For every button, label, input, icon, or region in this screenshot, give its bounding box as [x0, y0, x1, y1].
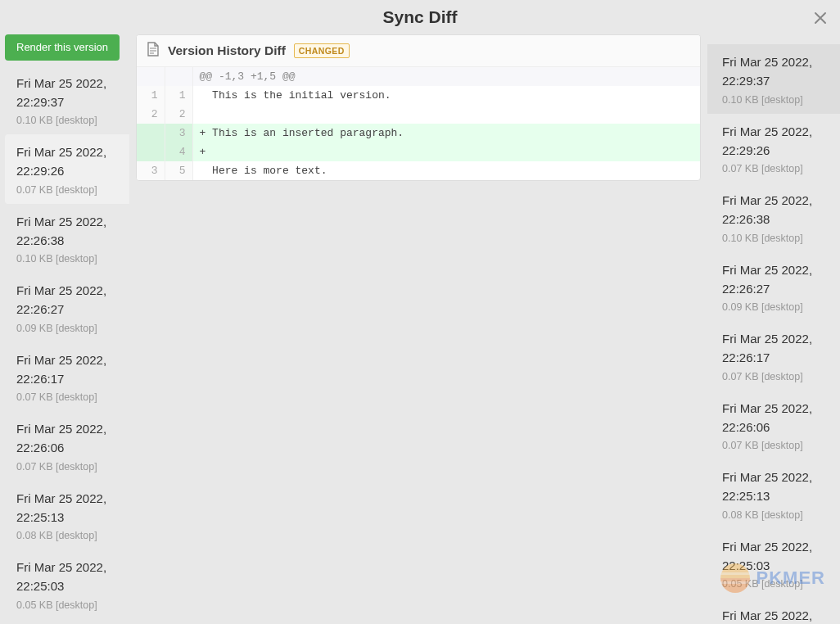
diff-line: 35 Here is more text.	[137, 161, 700, 180]
version-meta: 0.10 KB [desktop]	[722, 233, 830, 244]
left-version-list[interactable]: Render this version Fri Mar 25 2022, 22:…	[0, 34, 129, 624]
right-version-item[interactable]: Fri Mar 25 2022, 22:26:380.10 KB [deskto…	[707, 183, 840, 252]
old-line-number: 2	[137, 105, 165, 124]
new-line-number	[165, 67, 192, 86]
diff-header: Version History Diff CHANGED	[137, 35, 700, 67]
diff-line: 3+ This is an inserted paragraph.	[137, 124, 700, 142]
version-meta: 0.10 KB [desktop]	[16, 115, 120, 126]
changed-badge: CHANGED	[294, 43, 350, 58]
right-version-item[interactable]: Fri Mar 25 2022, 22:26:060.07 KB [deskto…	[707, 391, 840, 460]
version-meta: 0.05 KB [desktop]	[722, 578, 830, 590]
diff-code: Here is more text.	[192, 161, 700, 180]
version-meta: 0.09 KB [desktop]	[722, 301, 830, 313]
version-timestamp: Fri Mar 25 2022, 22:25:13	[16, 489, 120, 527]
right-version-item[interactable]: Fri Mar 25 2022, 22:29:370.10 KB [deskto…	[707, 44, 840, 114]
left-version-item[interactable]: Fri Mar 25 2022, 22:26:270.09 KB [deskto…	[5, 273, 129, 342]
titlebar: Sync Diff	[0, 0, 840, 34]
version-timestamp: Fri Mar 25 2022, 22:26:17	[722, 329, 830, 368]
version-meta: 0.07 KB [desktop]	[722, 163, 830, 174]
version-timestamp: Fri Mar 25 2022, 22:26:17	[16, 350, 120, 389]
diff-title: Version History Diff	[168, 43, 286, 58]
body: Render this version Fri Mar 25 2022, 22:…	[0, 34, 840, 624]
file-icon	[147, 42, 160, 60]
window-title: Sync Diff	[382, 7, 457, 27]
diff-code: + This is an inserted paragraph.	[192, 124, 700, 142]
old-line-number	[137, 124, 165, 142]
diff-code: +	[192, 142, 700, 161]
old-line-number	[137, 142, 165, 161]
diff-code	[192, 105, 700, 124]
version-timestamp: Fri Mar 25 2022, 22:26:27	[16, 281, 120, 319]
right-version-item[interactable]: Fri Mar 25 2022, 22:25:130.08 KB [deskto…	[707, 459, 840, 529]
diff-box: Version History Diff CHANGED @@ -1,3 +1,…	[136, 34, 701, 181]
diff-line: 22	[137, 105, 700, 124]
version-timestamp: Fri Mar 25 2022, 22:26:06	[16, 419, 120, 458]
new-line-number: 5	[165, 161, 192, 180]
left-version-item[interactable]: Fri Mar 25 2022, 22:25:130.08 KB [deskto…	[5, 481, 129, 550]
version-meta: 0.07 KB [desktop]	[16, 184, 120, 196]
right-version-item[interactable]: Fri Mar 25 2022,	[707, 598, 840, 624]
left-version-item[interactable]: Fri Mar 25 2022, 22:29:260.07 KB [deskto…	[5, 134, 129, 204]
version-meta: 0.10 KB [desktop]	[16, 253, 120, 265]
version-timestamp: Fri Mar 25 2022, 22:25:13	[722, 468, 830, 506]
version-timestamp: Fri Mar 25 2022, 22:29:26	[722, 122, 830, 161]
version-timestamp: Fri Mar 25 2022, 22:26:27	[722, 260, 830, 299]
version-timestamp: Fri Mar 25 2022, 22:29:37	[722, 52, 830, 91]
close-button[interactable]	[809, 7, 832, 29]
version-meta: 0.09 KB [desktop]	[16, 323, 120, 334]
version-timestamp: Fri Mar 25 2022,	[722, 606, 830, 624]
version-meta: 0.05 KB [desktop]	[16, 599, 120, 611]
left-version-item[interactable]: Fri Mar 25 2022, 22:26:380.10 KB [deskto…	[5, 204, 129, 274]
diff-table: @@ -1,3 +1,5 @@11 This is the initial ve…	[137, 67, 700, 180]
version-meta: 0.08 KB [desktop]	[16, 530, 120, 541]
render-version-button[interactable]: Render this version	[5, 34, 120, 61]
right-version-item[interactable]: Fri Mar 25 2022, 22:26:170.07 KB [deskto…	[707, 321, 840, 391]
right-version-item[interactable]: Fri Mar 25 2022, 22:29:260.07 KB [deskto…	[707, 114, 840, 183]
old-line-number: 1	[137, 86, 165, 105]
left-version-item[interactable]: Fri Mar 25 2022, 22:26:170.07 KB [deskto…	[5, 342, 129, 412]
old-line-number	[137, 67, 165, 86]
right-version-list[interactable]: Fri Mar 25 2022, 22:29:370.10 KB [deskto…	[707, 34, 840, 624]
left-version-item[interactable]: Fri Mar 25 2022, 22:29:370.10 KB [deskto…	[5, 66, 129, 135]
version-timestamp: Fri Mar 25 2022, 22:29:37	[16, 74, 120, 112]
version-meta: 0.08 KB [desktop]	[722, 509, 830, 521]
diff-panel: Version History Diff CHANGED @@ -1,3 +1,…	[129, 34, 707, 624]
left-version-item[interactable]: Fri Mar 25 2022, 22:25:030.05 KB [deskto…	[5, 549, 129, 619]
close-icon	[813, 11, 828, 25]
version-timestamp: Fri Mar 25 2022, 22:25:03	[722, 537, 830, 576]
version-meta: 0.07 KB [desktop]	[722, 371, 830, 382]
right-version-item[interactable]: Fri Mar 25 2022, 22:26:270.09 KB [deskto…	[707, 252, 840, 322]
diff-line: 11 This is the initial version.	[137, 86, 700, 105]
new-line-number: 3	[165, 124, 192, 142]
right-version-item[interactable]: Fri Mar 25 2022, 22:25:030.05 KB [deskto…	[707, 529, 840, 599]
new-line-number: 2	[165, 105, 192, 124]
version-timestamp: Fri Mar 25 2022, 22:26:38	[722, 191, 830, 229]
diff-line: 4+	[137, 142, 700, 161]
sync-diff-window: Sync Diff Render this version Fri Mar 25…	[0, 0, 840, 624]
version-timestamp: Fri Mar 25 2022, 22:25:03	[16, 558, 120, 596]
version-meta: 0.07 KB [desktop]	[722, 440, 830, 451]
new-line-number: 1	[165, 86, 192, 105]
version-timestamp: Fri Mar 25 2022, 22:26:38	[16, 212, 120, 251]
left-version-item[interactable]: Fri Mar 25 2022, 22:26:060.07 KB [deskto…	[5, 411, 129, 481]
diff-code: @@ -1,3 +1,5 @@	[192, 67, 700, 86]
version-meta: 0.07 KB [desktop]	[16, 461, 120, 473]
diff-code: This is the initial version.	[192, 86, 700, 105]
old-line-number: 3	[137, 161, 165, 180]
version-meta: 0.07 KB [desktop]	[16, 391, 120, 403]
diff-line: @@ -1,3 +1,5 @@	[137, 67, 700, 86]
version-timestamp: Fri Mar 25 2022, 22:29:26	[16, 142, 120, 181]
version-meta: 0.10 KB [desktop]	[722, 94, 830, 106]
new-line-number: 4	[165, 142, 192, 161]
version-timestamp: Fri Mar 25 2022, 22:26:06	[722, 399, 830, 437]
